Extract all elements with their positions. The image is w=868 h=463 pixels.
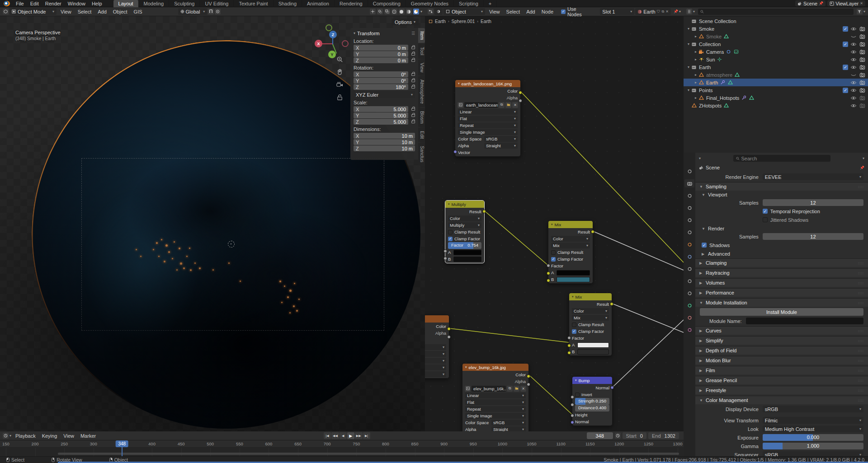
node-mix-1[interactable]: ▾Mix Result Color▾ Mix▾ Clamp Result ✓Cl… [548,220,593,284]
properties-tab-material[interactable] [684,313,694,322]
outliner-row-smoke[interactable]: ▸Smoke [684,33,868,40]
properties-tab-constraints[interactable] [684,289,694,297]
socket-result-out[interactable] [610,302,613,306]
shading-rendered-icon[interactable] [413,9,419,14]
next-keyframe-button[interactable]: ▶▶ [355,432,363,439]
render-visibility-icon[interactable] [859,64,865,70]
gizmo-axis-z[interactable]: Z [329,31,337,38]
transform-field-dimensions-z[interactable]: Z10 m [354,145,415,151]
socket-vector-in[interactable] [453,150,457,154]
outliner-row-final_hotspots[interactable]: ▸Final_Hotspots [684,94,868,102]
module-name-input[interactable] [746,318,863,324]
eye-icon[interactable] [850,95,857,101]
auto-keying-clock-icon[interactable] [615,433,621,439]
node-image-landocean[interactable]: ▾earth_landocean_16K.png Color Alpha ear… [455,80,521,157]
transform-field-scale-y[interactable]: Y5.000 [354,112,415,118]
viewlayer-selector[interactable]: ViewLayer ✕ [827,0,865,6]
workspace-tab-geometry-nodes[interactable]: Geometry Nodes [406,0,454,7]
eye-closed-icon[interactable] [850,72,857,78]
menu-help[interactable]: Help [89,1,105,6]
sequencer-dropdown[interactable]: sRGB▾ [763,451,863,456]
pin-id-icon[interactable]: 📌 [860,166,864,170]
editor-type-outliner-icon[interactable] [686,9,692,14]
unlink-icon[interactable]: ✕ [665,9,669,14]
gizmo-axis-x[interactable]: X [315,40,322,47]
unlink-icon[interactable]: ✕ [512,102,518,108]
options-dropdown-icon[interactable]: ▾ [863,156,864,160]
jump-to-start-button[interactable]: |◀ [324,432,331,439]
expand-icon[interactable]: ▸ [693,57,698,61]
outliner-row-collection[interactable]: ▾Collection✓ [684,40,868,48]
expand-icon[interactable]: ▸ [693,34,698,38]
workspace-tab-texture-paint[interactable]: Texture Paint [234,0,273,7]
socket-a-in[interactable] [567,344,571,347]
gizmo-axis-y[interactable]: Y [328,51,336,58]
outliner-row-camera[interactable]: ▸Camera [684,48,868,56]
color-b-swatch[interactable] [557,277,590,282]
display-mode-dropdown-icon[interactable]: ▾ [693,9,695,14]
sidebar-tab-item[interactable]: Item [418,28,425,43]
subsection-viewport[interactable]: ▼Viewport [695,191,868,198]
socket-alpha-out[interactable] [519,99,522,103]
collapse-icon[interactable]: ▾ [354,31,355,35]
timeline-menu-view[interactable]: View [60,433,77,439]
workspace-tab-animation[interactable]: Animation [302,0,335,7]
view-transform-dropdown[interactable]: Filmic▾ [763,417,863,424]
mode-dropdown[interactable]: Object Mode▾ [9,8,57,15]
play-button[interactable]: ▶ [347,432,354,439]
expand-icon[interactable]: ▸ [693,96,698,100]
pin-material-icon[interactable]: 📌 [674,9,678,14]
outliner-row-zhotspots[interactable]: ZHotspots [684,102,868,109]
menu-file[interactable]: File [13,1,27,6]
frame-end-field[interactable]: End1302 [648,432,679,439]
filter-dropdown-icon[interactable]: ▾ [863,9,865,14]
node-menu-view[interactable]: View [486,9,503,14]
sidebar-tab-tool[interactable]: Tool [418,44,425,58]
panel-options-icon[interactable]: ☰ [411,31,415,36]
playhead[interactable]: 348 [122,440,123,456]
socket-a-in[interactable] [443,249,447,253]
properties-tab-particles[interactable] [684,265,694,273]
node-menu-select[interactable]: Select [503,9,524,14]
properties-tab-scene[interactable] [684,216,694,224]
close-icon[interactable]: ✕ [860,1,863,5]
eye-icon[interactable] [850,64,857,70]
properties-tab-render[interactable] [684,179,694,187]
color-a-swatch[interactable] [557,270,590,276]
section-film[interactable]: ▶Film:::: [695,366,868,374]
outliner-row-atmosphere[interactable]: ▸atmosphere [684,71,868,79]
sidebar-tab-blosm[interactable]: Blosm [418,108,425,127]
timeline-scrollbar[interactable] [58,453,679,455]
node-overlays-icon[interactable]: ▾ [679,9,681,14]
workspace-tab-shading[interactable]: Shading [274,0,302,7]
render-visibility-icon[interactable] [859,87,865,94]
proportional-edit-icon[interactable] [215,9,221,14]
properties-tab-output[interactable] [684,192,694,200]
display-device-dropdown[interactable]: sRGB▾ [763,406,863,412]
slot-dropdown[interactable]: Slot 1▾ [600,8,634,15]
blender-logo-icon[interactable] [4,1,10,6]
socket-b-in[interactable] [567,351,571,355]
properties-tab-object-data[interactable] [684,301,694,309]
editor-type-timeline-icon[interactable] [3,433,9,439]
workspace-tab-modeling[interactable]: Modeling [139,0,170,7]
socket-normalin-in[interactable] [571,421,574,424]
render-visibility-icon[interactable] [859,41,865,47]
sidebar-tab-view[interactable]: View [418,60,425,76]
zoom-icon[interactable] [336,56,343,63]
timeline-menu-marker[interactable]: Marker [77,433,99,439]
viewport-menu-select[interactable]: Select [75,9,95,14]
transform-field-dimensions-y[interactable]: Y10 m [354,139,415,145]
temporal-reprojection-checkbox[interactable]: ✓Temporal Reprojection [763,209,863,214]
viewport-menu-view[interactable]: View [57,9,75,14]
socket-color-out[interactable] [527,374,530,378]
section-color-management[interactable]: ▼Color Management:::: [695,396,868,404]
image-name-field[interactable]: earth_landocean... [464,102,498,108]
selectability-checkbox[interactable]: ✓ [843,65,848,70]
properties-tab-world[interactable] [684,228,694,236]
outliner-row-earth[interactable]: ▾Earth✓ [684,63,868,71]
expand-icon[interactable]: ▾ [686,42,691,46]
socket-normal-out[interactable] [610,386,614,389]
render-visibility-icon[interactable] [859,49,865,55]
shading-solid-icon[interactable] [399,9,405,14]
